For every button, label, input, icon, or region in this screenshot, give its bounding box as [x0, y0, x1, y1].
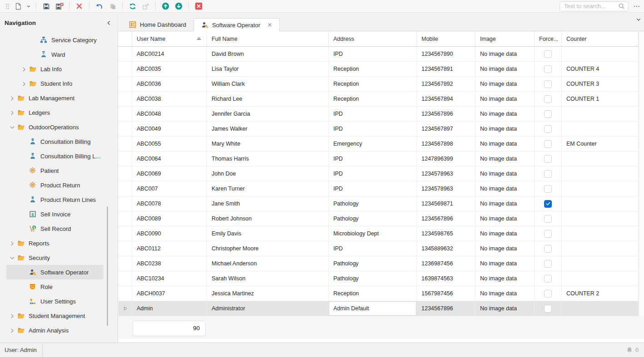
cell-counter[interactable]: COUNTER 2: [562, 286, 639, 301]
cell-user-name[interactable]: ABC007: [132, 181, 207, 196]
cell-mobile[interactable]: 1234578963: [417, 166, 476, 181]
notification-bell-icon[interactable]: [626, 347, 633, 354]
cell-user-name[interactable]: ABC0035: [132, 62, 207, 77]
cell-counter[interactable]: [562, 181, 639, 196]
sidebar-item-sell-record[interactable]: $Sell Record: [0, 221, 118, 236]
force-checkbox[interactable]: [544, 80, 552, 88]
column-header-force[interactable]: Force...: [535, 31, 562, 47]
force-checkbox[interactable]: [544, 110, 552, 118]
column-header-counter[interactable]: Counter: [562, 31, 639, 47]
sidebar-item-reports[interactable]: Reports: [0, 236, 118, 250]
cell-image[interactable]: No image data: [476, 256, 535, 271]
cell-address[interactable]: IPD: [329, 152, 417, 166]
cell-full-name[interactable]: Christopher Moore: [207, 241, 329, 256]
cell-full-name[interactable]: Administrator: [207, 301, 329, 316]
tab-software-operator[interactable]: Software Operator: [193, 18, 280, 31]
cell-address[interactable]: IPD: [329, 166, 417, 181]
cell-image[interactable]: No image data: [476, 211, 535, 226]
cell-mobile[interactable]: 1639874563: [417, 271, 476, 286]
cell-image[interactable]: No image data: [476, 62, 535, 77]
cell-address[interactable]: Emergency: [329, 137, 417, 152]
cell-image[interactable]: No image data: [476, 301, 535, 316]
cell-mobile[interactable]: 1567987456: [417, 286, 476, 301]
table-row[interactable]: ABC0238Michael AndersonPathology12369874…: [119, 256, 639, 271]
force-checkbox[interactable]: [544, 50, 552, 58]
column-header-user-name[interactable]: User Name: [132, 31, 207, 47]
table-row[interactable]: ABC10234Sarah WilsonPathology1639874563N…: [119, 271, 639, 286]
cell-address[interactable]: Admin Default: [329, 301, 417, 316]
cell-counter[interactable]: [562, 271, 639, 286]
cell-full-name[interactable]: Thomas Harris: [207, 152, 329, 166]
cell-image[interactable]: No image data: [476, 286, 535, 301]
cell-mobile[interactable]: 1234567896: [417, 107, 476, 122]
tree-expand-icon[interactable]: [9, 110, 17, 116]
cell-mobile[interactable]: 1234567896: [417, 211, 476, 226]
cell-full-name[interactable]: Robert Johnson: [207, 211, 329, 226]
tab-close-icon[interactable]: [268, 23, 272, 27]
cell-counter[interactable]: [562, 241, 639, 256]
cell-mobile[interactable]: 1234567890: [417, 47, 476, 62]
force-checkbox[interactable]: [544, 230, 552, 238]
sidebar-item-ward[interactable]: Ward: [0, 47, 118, 62]
cell-full-name[interactable]: Mary White: [207, 137, 329, 152]
cell-user-name[interactable]: Admin: [132, 301, 207, 316]
tree-expand-icon[interactable]: [9, 95, 17, 101]
cell-user-name[interactable]: ABC0064: [132, 152, 207, 166]
cell-address[interactable]: IPD: [329, 47, 417, 62]
table-row[interactable]: ABC0055Mary WhiteEmergency1234567898No i…: [119, 137, 639, 152]
cell-image[interactable]: No image data: [476, 181, 535, 196]
cell-mobile[interactable]: 1234567897: [417, 122, 476, 137]
cell-counter[interactable]: [562, 47, 639, 62]
cell-image[interactable]: No image data: [476, 77, 535, 92]
cell-address[interactable]: Reception: [329, 92, 417, 107]
cell-counter[interactable]: [562, 256, 639, 271]
column-header-full-name[interactable]: Full Name: [207, 31, 329, 47]
new-document-dropdown-button[interactable]: [25, 1, 32, 11]
force-checkbox[interactable]: [544, 155, 552, 163]
cell-image[interactable]: No image data: [476, 226, 535, 241]
force-checkbox[interactable]: [544, 170, 552, 178]
sidebar-item-security[interactable]: Security: [0, 250, 118, 265]
cell-user-name[interactable]: ABC0055: [132, 137, 207, 152]
cell-address[interactable]: Reception: [329, 286, 417, 301]
cell-counter[interactable]: [562, 152, 639, 166]
cell-user-name[interactable]: ABC0049: [132, 122, 207, 137]
tree-collapse-icon[interactable]: [9, 255, 17, 261]
sidebar-item-student-info[interactable]: Student Info: [0, 76, 118, 91]
cell-full-name[interactable]: Jane Smith: [207, 196, 329, 211]
cell-full-name[interactable]: David Brown: [207, 47, 329, 62]
table-row[interactable]: AdminAdministratorAdmin Default123456789…: [119, 301, 639, 316]
table-row[interactable]: ABC0112Christopher MooreIPD1345889632No …: [119, 241, 639, 256]
cell-counter[interactable]: [562, 107, 639, 122]
cell-user-name[interactable]: ABC00214: [132, 47, 207, 62]
cell-mobile[interactable]: 1234567892: [417, 77, 476, 92]
table-row[interactable]: ABC0090Emily DavisMicrobiology Dept12345…: [119, 226, 639, 241]
cell-counter[interactable]: [562, 211, 639, 226]
cell-counter[interactable]: COUNTER 4: [562, 62, 639, 77]
cell-full-name[interactable]: Emily Davis: [207, 226, 329, 241]
grip-button[interactable]: [4, 1, 11, 11]
cell-full-name[interactable]: Michael Anderson: [207, 256, 329, 271]
cell-full-name[interactable]: Sarah Wilson: [207, 271, 329, 286]
cell-image[interactable]: No image data: [476, 241, 535, 256]
cell-address[interactable]: IPD: [329, 241, 417, 256]
tree-expand-icon[interactable]: [9, 240, 17, 246]
table-row[interactable]: ABC0035Lisa TaylorReception1234567891No …: [119, 62, 639, 77]
nav-scrollbar-thumb[interactable]: [107, 206, 108, 326]
refresh-button[interactable]: [126, 1, 139, 11]
table-row[interactable]: ABC0038Richard LeeReception1234567894No …: [119, 92, 639, 107]
tree-expand-icon[interactable]: [9, 328, 17, 333]
cell-mobile[interactable]: 1234567898: [417, 137, 476, 152]
cell-full-name[interactable]: James Walker: [207, 122, 329, 137]
sidebar-item-software-operator[interactable]: Software Operator: [0, 265, 118, 279]
cell-image[interactable]: No image data: [476, 92, 535, 107]
cell-full-name[interactable]: William Clark: [207, 77, 329, 92]
save-and-close-button[interactable]: [53, 1, 65, 11]
force-checkbox[interactable]: [544, 65, 552, 73]
force-checkbox[interactable]: [544, 275, 552, 283]
cell-full-name[interactable]: Jennifer Garcia: [207, 107, 329, 122]
cell-image[interactable]: No image data: [476, 137, 535, 152]
cell-counter[interactable]: [562, 166, 639, 181]
toolbar-overflow-button[interactable]: ⋯: [633, 2, 640, 10]
sidebar-item-lab-info[interactable]: Lab Info: [0, 62, 118, 76]
